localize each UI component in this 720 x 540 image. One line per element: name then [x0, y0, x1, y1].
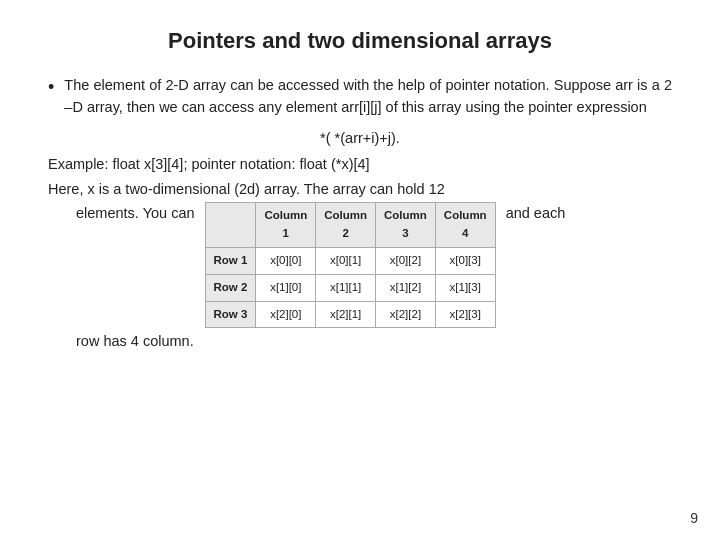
cell-value: x[2][0] — [256, 301, 316, 328]
row-column-text: row has 4 column. — [76, 330, 565, 352]
here-line: Here, x is a two-dimensional (2d) array.… — [48, 178, 672, 200]
example-line: Example: float x[3][4]; pointer notation… — [48, 153, 672, 175]
header-col3: Column3 — [376, 203, 436, 248]
row-label: Row 3 — [205, 301, 256, 328]
cell-value: x[0][2] — [376, 247, 436, 274]
bullet-dot: • — [48, 75, 54, 100]
table-row-container: elements. You can Column1 Column2 Column… — [48, 202, 672, 353]
page-number: 9 — [690, 510, 698, 526]
formula-text: *( *(arr+i)+j). — [320, 130, 400, 146]
header-col4: Column4 — [435, 203, 495, 248]
row-with-table: elements. You can Column1 Column2 Column… — [48, 202, 565, 353]
table-data-row: Row 3x[2][0]x[2][1]x[2][2]x[2][3] — [205, 301, 495, 328]
data-table: Column1 Column2 Column3 Column4 Row 1x[0… — [205, 202, 496, 328]
header-col1: Column1 — [256, 203, 316, 248]
table-header-row: Column1 Column2 Column3 Column4 — [205, 203, 495, 248]
example-text: Example: float x[3][4]; pointer notation… — [48, 156, 370, 172]
bullet-item: • The element of 2-D array can be access… — [48, 74, 672, 119]
bullet-text: The element of 2-D array can be accessed… — [64, 74, 672, 119]
cell-value: x[2][1] — [316, 301, 376, 328]
table-data-row: Row 2x[1][0]x[1][1]x[1][2]x[1][3] — [205, 274, 495, 301]
cell-value: x[0][3] — [435, 247, 495, 274]
row-label: Row 2 — [205, 274, 256, 301]
cell-value: x[2][2] — [376, 301, 436, 328]
elements-text-left: elements. You can — [76, 202, 195, 224]
slide: Pointers and two dimensional arrays • Th… — [0, 0, 720, 540]
header-col2: Column2 — [316, 203, 376, 248]
cell-value: x[1][2] — [376, 274, 436, 301]
header-empty — [205, 203, 256, 248]
table-data-row: Row 1x[0][0]x[0][1]x[0][2]x[0][3] — [205, 247, 495, 274]
cell-value: x[0][0] — [256, 247, 316, 274]
slide-title: Pointers and two dimensional arrays — [48, 28, 672, 54]
cell-value: x[1][1] — [316, 274, 376, 301]
cell-value: x[2][3] — [435, 301, 495, 328]
slide-content: • The element of 2-D array can be access… — [48, 74, 672, 353]
array-table: Column1 Column2 Column3 Column4 Row 1x[0… — [205, 202, 496, 328]
formula-line: *( *(arr+i)+j). — [48, 127, 672, 149]
elements-text-right: and each — [506, 202, 566, 224]
row-label: Row 1 — [205, 247, 256, 274]
cell-value: x[1][3] — [435, 274, 495, 301]
here-text: Here, x is a two-dimensional (2d) array.… — [48, 181, 445, 197]
cell-value: x[0][1] — [316, 247, 376, 274]
cell-value: x[1][0] — [256, 274, 316, 301]
